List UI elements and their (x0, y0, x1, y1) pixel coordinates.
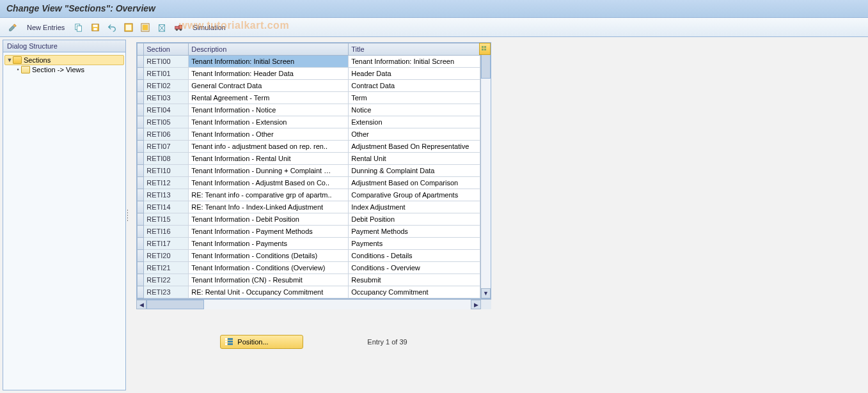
cell-description[interactable]: Tenant Information - Rental Unit (189, 153, 349, 165)
table-row[interactable]: RETI23RE: Rental Unit - Occupancy Commit… (138, 286, 480, 298)
transport-icon[interactable] (172, 21, 185, 34)
row-selector[interactable] (138, 189, 144, 201)
cell-title[interactable]: Comparative Group of Apartments (349, 189, 480, 201)
cell-title[interactable]: Header Data (349, 68, 480, 80)
row-selector[interactable] (138, 201, 144, 213)
cell-title[interactable]: Occupancy Commitment (349, 286, 480, 298)
table-row[interactable]: RETI02General Contract DataContract Data (138, 80, 480, 92)
cell-section[interactable]: RETI02 (144, 80, 189, 92)
cell-title[interactable]: Resubmit (349, 274, 480, 286)
cell-section[interactable]: RETI06 (144, 128, 189, 141)
cell-description[interactable]: Tenant Information - Conditions (Details… (189, 250, 349, 262)
row-selector[interactable] (138, 262, 144, 274)
cell-description[interactable]: Tenant Information (CN) - Resubmit (189, 274, 349, 286)
simulation-button[interactable]: Simulation (189, 21, 229, 34)
cell-title[interactable]: Rental Unit (349, 153, 480, 165)
cell-section[interactable]: RETI23 (144, 286, 189, 298)
table-row[interactable]: RETI21Tenant Information - Conditions (O… (138, 262, 480, 274)
cell-section[interactable]: RETI16 (144, 226, 189, 238)
col-header-title[interactable]: Title (349, 43, 480, 56)
cell-description[interactable]: Tenant Information - Debit Position (189, 213, 349, 226)
save-icon[interactable] (89, 21, 102, 34)
deselect-all-icon[interactable] (139, 21, 152, 34)
cell-section[interactable]: RETI05 (144, 116, 189, 128)
row-selector[interactable] (138, 177, 144, 189)
cell-section[interactable]: RETI12 (144, 177, 189, 189)
cell-title[interactable]: Conditions - Overview (349, 262, 480, 274)
col-header-section[interactable]: Section (144, 43, 189, 56)
vertical-scrollbar[interactable]: ▲ ▼ (480, 43, 491, 298)
cell-title[interactable]: Other (349, 128, 480, 141)
cell-title[interactable]: Debit Position (349, 213, 480, 226)
table-row[interactable]: RETI15Tenant Information - Debit Positio… (138, 213, 480, 226)
table-row[interactable]: RETI01Tenant Information: Header DataHea… (138, 68, 480, 80)
row-selector[interactable] (138, 238, 144, 250)
cell-section[interactable]: RETI00 (144, 56, 189, 68)
scroll-thumb[interactable] (481, 53, 491, 79)
cell-section[interactable]: RETI10 (144, 165, 189, 177)
cell-description[interactable]: Tenant Information - Adjustmt Based on C… (189, 177, 349, 189)
row-selector[interactable] (138, 153, 144, 165)
cell-title[interactable]: Payments (349, 238, 480, 250)
cell-description[interactable]: RE: Tenant Info - Index-Linked Adjustmen… (189, 201, 349, 213)
row-selector[interactable] (138, 80, 144, 92)
table-row[interactable]: RETI00Tenant Information: Initial Screen… (138, 56, 480, 68)
hscroll-track[interactable] (146, 300, 471, 309)
undo-icon[interactable] (106, 21, 118, 34)
copy-icon[interactable] (72, 21, 85, 34)
cell-section[interactable]: RETI22 (144, 274, 189, 286)
cell-section[interactable]: RETI17 (144, 238, 189, 250)
cell-title[interactable]: Notice (349, 104, 480, 116)
cell-section[interactable]: RETI08 (144, 153, 189, 165)
sidebar-item-sections[interactable]: ▼ Sections (4, 55, 124, 65)
scroll-track[interactable] (481, 53, 491, 288)
new-entries-button[interactable]: New Entries (23, 21, 68, 34)
scroll-right-icon[interactable]: ▶ (471, 300, 481, 309)
toggle-edit-icon[interactable] (6, 21, 19, 34)
cell-description[interactable]: Tenant Information - Conditions (Overvie… (189, 262, 349, 274)
cell-description[interactable]: Rental Agreement - Term (189, 92, 349, 104)
cell-title[interactable]: Extension (349, 116, 480, 128)
table-row[interactable]: RETI03Rental Agreement - TermTerm (138, 92, 480, 104)
cell-title[interactable]: Conditions - Details (349, 250, 480, 262)
scroll-left-icon[interactable]: ◀ (136, 300, 146, 309)
table-row[interactable]: RETI05Tenant Information - ExtensionExte… (138, 116, 480, 128)
cell-title[interactable]: Term (349, 92, 480, 104)
table-row[interactable]: RETI16Tenant Information - Payment Metho… (138, 226, 480, 238)
cell-description[interactable]: Tenant Information: Header Data (189, 68, 349, 80)
col-header-description[interactable]: Description (189, 43, 349, 56)
cell-title[interactable]: Adjustment Based On Representative (349, 141, 480, 153)
row-selector[interactable] (138, 226, 144, 238)
cell-title[interactable]: Adjustment Based on Comparison (349, 177, 480, 189)
position-button[interactable]: Position... (220, 335, 303, 349)
cell-title[interactable]: Payment Methods (349, 226, 480, 238)
cell-description[interactable]: General Contract Data (189, 80, 349, 92)
cell-title[interactable]: Tenant Information: Initial Screen (349, 56, 480, 68)
table-row[interactable]: RETI06Tenant Information - OtherOther (138, 128, 480, 141)
cell-description[interactable]: Tenant Information: Initial Screen (189, 56, 349, 68)
cell-description[interactable]: RE: Tenant info - comparative grp of apa… (189, 189, 349, 201)
cell-description[interactable]: Tenant Information - Extension (189, 116, 349, 128)
row-selector[interactable] (138, 141, 144, 153)
row-selector[interactable] (138, 165, 144, 177)
table-row[interactable]: RETI08Tenant Information - Rental UnitRe… (138, 153, 480, 165)
cell-section[interactable]: RETI04 (144, 104, 189, 116)
cell-description[interactable]: RE: Rental Unit - Occupancy Commitment (189, 286, 349, 298)
row-selector[interactable] (138, 128, 144, 141)
table-row[interactable]: RETI22Tenant Information (CN) - Resubmit… (138, 274, 480, 286)
select-all-icon[interactable] (122, 21, 135, 34)
row-selector[interactable] (138, 104, 144, 116)
cell-title[interactable]: Dunning & Complaint Data (349, 165, 480, 177)
table-row[interactable]: RETI10Tenant Information - Dunning + Com… (138, 165, 480, 177)
cell-description[interactable]: Tenant Information - Payments (189, 238, 349, 250)
delete-icon[interactable] (155, 21, 168, 34)
row-selector[interactable] (138, 250, 144, 262)
cell-description[interactable]: Tenant info - adjustment based on rep. r… (189, 141, 349, 153)
table-row[interactable]: RETI13RE: Tenant info - comparative grp … (138, 189, 480, 201)
row-selector[interactable] (138, 56, 144, 68)
horizontal-scrollbar[interactable]: ◀ ▶ (136, 299, 491, 309)
cell-section[interactable]: RETI13 (144, 189, 189, 201)
row-selector[interactable] (138, 116, 144, 128)
table-row[interactable]: RETI12Tenant Information - Adjustmt Base… (138, 177, 480, 189)
row-selector-header[interactable] (138, 43, 144, 56)
